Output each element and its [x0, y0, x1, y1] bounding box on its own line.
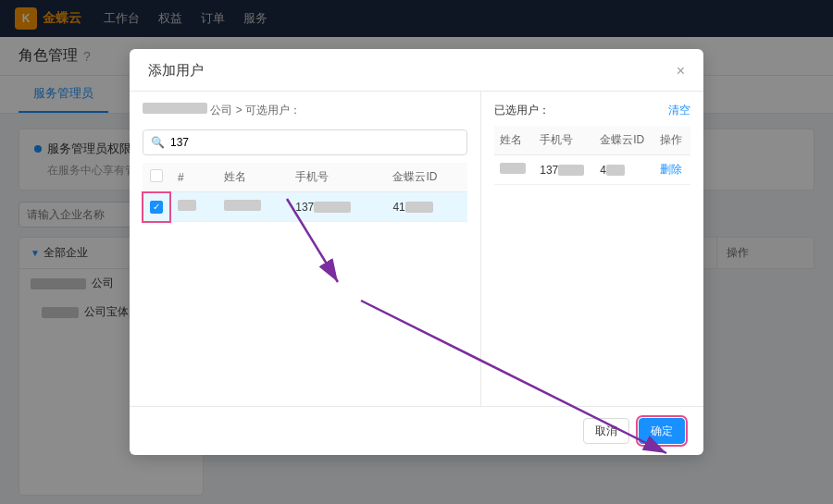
selected-id: 4 [594, 155, 654, 185]
cancel-button[interactable]: 取消 [583, 418, 629, 444]
sel-id-redacted [606, 165, 625, 176]
modal-backdrop: 添加用户 × 公司 > 可选用户： 🔍 [0, 0, 833, 504]
row-id: 41 [385, 192, 467, 222]
select-all-checkbox-modal[interactable] [150, 169, 163, 182]
selected-phone: 137 [534, 155, 594, 185]
phone-redacted [314, 202, 351, 213]
sel-name-redacted [500, 163, 526, 174]
sel-phone-redacted [558, 165, 584, 176]
modal-header: 添加用户 × [130, 49, 703, 92]
selected-table-row: 137 4 删除 [494, 155, 690, 185]
delete-selected-button[interactable]: 删除 [660, 163, 682, 176]
modal-left-panel: 公司 > 可选用户： 🔍 # 姓名 手机号 [130, 92, 481, 406]
th-name: 姓名 [217, 163, 288, 192]
th-num: # [170, 163, 217, 192]
modal-right-panel: 已选用户： 清空 姓名 手机号 金蝶云ID 操作 [481, 92, 703, 406]
th-id: 金蝶云ID [385, 163, 467, 192]
name-redacted [224, 200, 261, 211]
rth-action: 操作 [654, 126, 690, 155]
modal-close-button[interactable]: × [677, 64, 685, 79]
modal-footer: 取消 确定 [130, 406, 703, 455]
clear-button[interactable]: 清空 [668, 103, 690, 118]
selected-users-header: 已选用户： 清空 [494, 103, 690, 118]
rth-id: 金蝶云ID [594, 126, 654, 155]
th-checkbox [143, 163, 170, 192]
row-checkbox[interactable] [150, 201, 163, 214]
selected-users-table: 姓名 手机号 金蝶云ID 操作 137 [494, 126, 690, 185]
search-box: 🔍 [143, 129, 467, 155]
id-redacted [405, 202, 433, 213]
th-phone: 手机号 [288, 163, 385, 192]
selected-action: 删除 [654, 155, 690, 185]
row-checkbox-cell[interactable] [143, 192, 170, 222]
selected-label: 已选用户： [494, 103, 550, 118]
company-path: 公司 > 可选用户： [143, 103, 467, 118]
available-users-table: # 姓名 手机号 金蝶云ID [143, 163, 467, 222]
selected-name [494, 155, 534, 185]
row-num [170, 192, 217, 222]
modal-body: 公司 > 可选用户： 🔍 # 姓名 手机号 [130, 92, 703, 406]
company-name-redacted [143, 103, 207, 114]
path-separator: 公司 > 可选用户： [210, 104, 301, 117]
add-user-modal: 添加用户 × 公司 > 可选用户： 🔍 [130, 49, 703, 455]
confirm-button[interactable]: 确定 [639, 418, 685, 444]
rth-name: 姓名 [494, 126, 534, 155]
modal-title: 添加用户 [148, 62, 204, 80]
user-search-input[interactable] [170, 136, 459, 149]
row-phone: 137 [288, 192, 385, 222]
rth-phone: 手机号 [534, 126, 594, 155]
row-name [217, 192, 288, 222]
num-redacted [178, 200, 196, 211]
search-icon: 🔍 [151, 136, 165, 149]
table-row: 137 41 [143, 192, 467, 222]
